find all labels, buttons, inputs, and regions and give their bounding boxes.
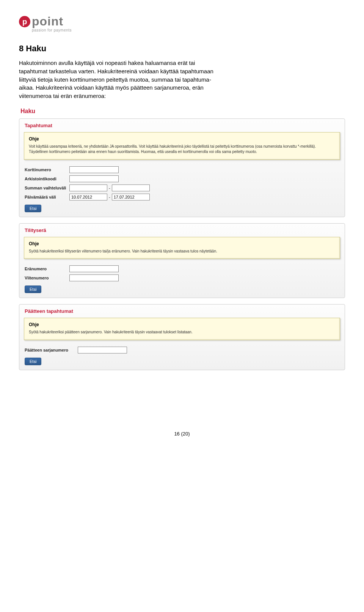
panel2-title: Tilityserä [19, 224, 345, 234]
input-date-to[interactable] [112, 194, 150, 200]
panel-tilitysera: Tilityserä Ohje Syötä hakukriteeriksi ti… [19, 223, 345, 298]
panel3-ohje-text: Syötä hakukriteeriksi päätteen sarjanume… [29, 330, 335, 335]
panel3-ohje-title: Ohje [29, 322, 335, 327]
logo-tagline: passion for payments [32, 28, 72, 32]
label-eranumero: Eränumero [25, 267, 69, 271]
dash-icon: - [107, 195, 112, 199]
logo-word: point [32, 15, 72, 27]
panel3-ohje: Ohje Syötä hakukriteeriksi päätteen sarj… [24, 318, 340, 340]
input-viitenumero[interactable] [69, 274, 119, 281]
panel3-title: Päätteen tapahtumat [19, 304, 345, 315]
input-sarjanumero[interactable] [78, 347, 127, 353]
panel1-ohje-title: Ohje [29, 136, 335, 142]
panel2-ohje-title: Ohje [29, 241, 335, 246]
input-summa-to[interactable] [112, 185, 150, 191]
label-paivamaara: Päivämäärä väli [25, 195, 69, 199]
input-korttinumero[interactable] [69, 166, 119, 173]
dash-icon: - [107, 186, 112, 190]
panel2-ohje-text: Syötä hakukriteeriksi tilityserän viiten… [29, 249, 335, 254]
panel-tapahtumat: Tapahtumat Ohje Voit käyttää useampaa kr… [19, 118, 345, 217]
label-korttinumero: Korttinumero [25, 167, 69, 172]
input-arkistointikoodi[interactable] [69, 175, 119, 182]
label-viitenumero: Viitenumero [25, 276, 69, 280]
panel1-ohje-text: Voit käyttää useampaa kriteeriä, ne yhdi… [29, 144, 335, 155]
label-arkistointikoodi: Arkistointikoodi [25, 177, 69, 181]
body-paragraph: Hakutoiminnon avulla käyttäjä voi nopeas… [19, 59, 224, 100]
page-number: 16 (20) [19, 431, 345, 437]
etsi-button-1[interactable]: Etsi [25, 205, 41, 212]
input-eranumero[interactable] [69, 265, 119, 272]
etsi-button-2[interactable]: Etsi [25, 285, 41, 293]
panel1-title: Tapahtumat [19, 119, 345, 129]
logo-p-icon: p [19, 16, 30, 27]
etsi-button-3[interactable]: Etsi [25, 358, 41, 365]
logo: p point passion for payments [19, 15, 345, 32]
input-date-from[interactable] [69, 194, 107, 200]
section-heading: 8 Haku [19, 44, 345, 54]
panel1-ohje: Ohje Voit käyttää useampaa kriteeriä, ne… [24, 132, 340, 160]
label-sarjanumero: Päätteen sarjanumero [25, 348, 78, 352]
app-title: Haku [20, 108, 345, 115]
label-summa: Summan vaihteluväli [25, 186, 69, 190]
input-summa-from[interactable] [69, 185, 107, 191]
panel-paatteen-tapahtumat: Päätteen tapahtumat Ohje Syötä hakukrite… [19, 304, 345, 370]
panel2-ohje: Ohje Syötä hakukriteeriksi tilityserän v… [24, 237, 340, 259]
